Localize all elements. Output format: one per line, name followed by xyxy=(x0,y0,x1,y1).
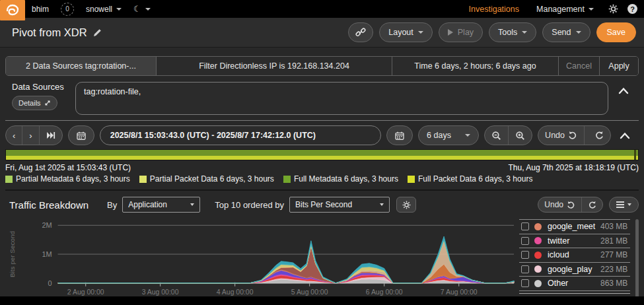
data-sources-label: Data Sources xyxy=(12,82,75,92)
link-icon xyxy=(355,27,366,38)
svg-text:2M: 2M xyxy=(42,221,52,229)
legend-item: Full Metadata 6 days, 3 hours xyxy=(283,174,398,184)
chevron-down-icon xyxy=(190,203,194,206)
svg-text:4 Aug 00:00: 4 Aug 00:00 xyxy=(217,288,254,296)
legend-row-twitter[interactable]: twitter 281 MB xyxy=(519,234,630,249)
legend-item: Full Packet Data 6 days, 3 hours xyxy=(408,174,532,184)
theme-toggle[interactable]: ☾ xyxy=(133,4,151,14)
time-range-input[interactable]: 2025/8/1 15:03:43.0 (UTC) - 2025/8/7 17:… xyxy=(100,125,381,145)
refresh-button[interactable] xyxy=(584,126,610,145)
chart-refresh-button[interactable] xyxy=(581,197,602,212)
series-color-dot xyxy=(534,223,542,230)
end-calendar-button[interactable] xyxy=(386,125,413,145)
zoom-in-button[interactable] xyxy=(508,126,532,145)
zoom-out-button[interactable] xyxy=(485,126,508,145)
history-group: Undo xyxy=(538,125,611,145)
collapse-datasources-button[interactable] xyxy=(608,82,639,94)
series-size: 403 MB xyxy=(600,222,627,231)
layout-button[interactable]: Layout xyxy=(379,22,433,42)
legend-label: Full Packet Data 6 days, 3 hours xyxy=(418,174,532,184)
full-packet-swatch xyxy=(408,176,415,183)
ordered-by-select[interactable]: Bits Per Second xyxy=(289,197,390,213)
node-selector[interactable]: snowell xyxy=(86,5,122,14)
legend-row-icloud[interactable]: icloud 277 MB xyxy=(519,248,630,263)
legend-label: Partial Packet Data 6 days, 3 hours xyxy=(150,174,274,184)
gear-icon xyxy=(402,201,411,209)
tools-label: Tools xyxy=(498,28,517,37)
undo-icon xyxy=(568,131,577,140)
username: bhim xyxy=(32,5,49,14)
send-button[interactable]: Send xyxy=(542,22,590,42)
management-label: Management xyxy=(536,5,585,14)
legend-label: Full Metadata 6 days, 3 hours xyxy=(294,174,398,184)
chevron-down-icon xyxy=(418,31,423,34)
svg-text:6 Aug 00:00: 6 Aug 00:00 xyxy=(366,288,403,296)
chart-settings-button[interactable] xyxy=(396,197,416,213)
settings-gear-icon[interactable] xyxy=(608,4,618,14)
legend-item: Partial Metadata 6 days, 3 hours xyxy=(5,174,130,184)
legend-row-other[interactable]: Other 863 MB xyxy=(519,277,630,291)
step-forward-button[interactable]: › xyxy=(22,126,38,145)
checkbox[interactable] xyxy=(521,279,529,287)
checkbox[interactable] xyxy=(521,251,529,259)
save-button[interactable]: Save xyxy=(596,22,637,42)
session-count-badge[interactable]: 0 xyxy=(61,3,74,16)
breakdown-by-select[interactable]: Application xyxy=(122,197,200,213)
skip-to-now-button[interactable] xyxy=(39,126,62,145)
chart-row: 01M2M2 Aug 00:003 Aug 00:004 Aug 00:005 … xyxy=(5,217,639,305)
legend-row-google-play[interactable]: google_play 223 MB xyxy=(519,263,630,277)
series-color-dot xyxy=(534,252,542,259)
node-name: snowell xyxy=(86,5,112,14)
full-metadata-swatch xyxy=(283,176,291,183)
undo-button[interactable]: Undo xyxy=(538,126,584,145)
arkime-logo[interactable] xyxy=(0,0,25,20)
capture-timeline-bar[interactable] xyxy=(5,149,639,160)
investigations-link[interactable]: Investigations xyxy=(469,5,519,14)
chart-menu-button[interactable] xyxy=(609,197,639,213)
timeline-start-label: Fri, Aug 1st 2025 at 15:03:43 (UTC) xyxy=(5,163,131,172)
checkbox[interactable] xyxy=(521,222,529,230)
details-button[interactable]: Details xyxy=(12,96,57,110)
checkbox[interactable] xyxy=(521,265,529,273)
chevron-up-icon xyxy=(619,132,631,139)
traffic-chart-area[interactable]: 01M2M2 Aug 00:003 Aug 00:004 Aug 00:005 … xyxy=(5,217,519,305)
menu-icon xyxy=(616,200,624,209)
traffic-breakdown-title: Traffic Breakdown xyxy=(9,199,89,211)
timeline-labels: Fri, Aug 1st 2025 at 15:03:43 (UTC) Thu,… xyxy=(5,163,639,172)
data-sources-summary[interactable]: 2 Data Sources tag:rotation-... xyxy=(6,57,157,75)
query-summary-bar: 2 Data Sources tag:rotation-... Filter D… xyxy=(5,56,639,76)
top-nav: bhim 0 snowell ☾ Investigations Manageme… xyxy=(0,0,644,18)
tools-button[interactable]: Tools xyxy=(489,22,536,42)
play-button[interactable]: Play xyxy=(439,22,483,42)
main-content: 2 Data Sources tag:rotation-... Filter D… xyxy=(0,48,644,305)
series-size: 863 MB xyxy=(600,279,627,288)
owl-e-icon xyxy=(4,3,21,18)
copy-link-button[interactable] xyxy=(348,22,373,42)
management-menu[interactable]: Management xyxy=(536,5,594,14)
time-navigation: ‹ › 2025/8/1 15:03:43.0 (UTC) - 2025/8/7… xyxy=(5,125,639,145)
chevron-down-icon xyxy=(116,8,122,11)
edit-title-icon[interactable] xyxy=(93,28,102,37)
stacked-area-chart: 01M2M2 Aug 00:003 Aug 00:004 Aug 00:005 … xyxy=(5,217,519,304)
legend-row-google-meet[interactable]: google_meet 403 MB xyxy=(519,220,630,234)
zoom-out-icon xyxy=(491,131,501,141)
help-icon[interactable]: ? xyxy=(627,4,637,14)
apply-button[interactable]: Apply xyxy=(600,57,638,75)
series-name: icloud xyxy=(548,250,600,259)
time-summary[interactable]: Time 6 days, 2 hours; 6 days ago xyxy=(392,57,559,75)
chevron-down-icon xyxy=(576,31,581,34)
step-back-button[interactable]: ‹ xyxy=(6,126,22,145)
duration-select[interactable]: 6 days xyxy=(418,125,479,145)
collapse-timenav-button[interactable] xyxy=(611,132,639,139)
series-name: twitter xyxy=(548,236,600,246)
series-name: Other xyxy=(548,279,600,288)
filter-summary[interactable]: Filter Directionless IP is 192.168.134.2… xyxy=(157,57,392,75)
data-sources-input[interactable]: tag:rotation-file, xyxy=(75,82,608,115)
series-color-dot xyxy=(534,265,542,273)
checkbox[interactable] xyxy=(521,237,529,245)
legend-scrollbar[interactable] xyxy=(635,219,639,300)
refresh-icon xyxy=(594,131,604,140)
cancel-button[interactable]: Cancel xyxy=(559,57,600,75)
start-calendar-button[interactable] xyxy=(68,125,94,145)
chart-undo-button[interactable]: Undo xyxy=(538,197,581,212)
